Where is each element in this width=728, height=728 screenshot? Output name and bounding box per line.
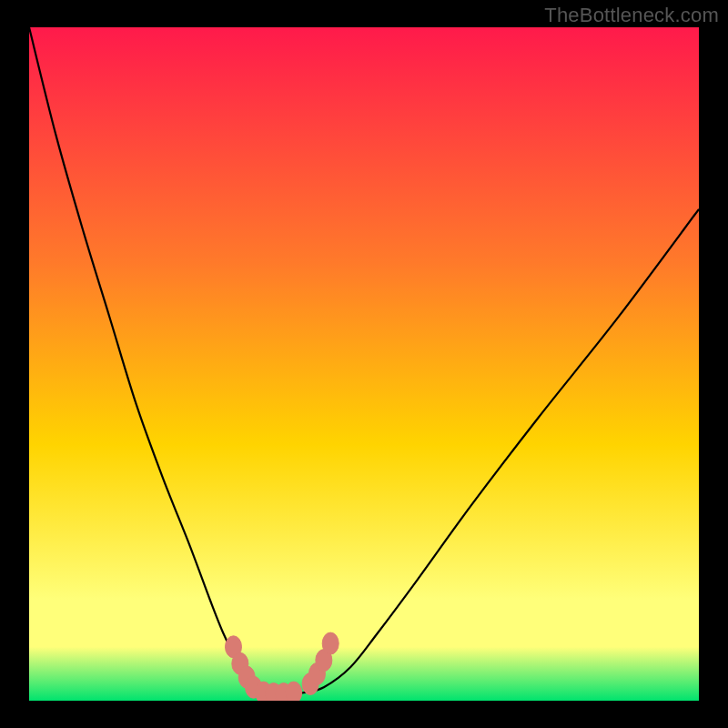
chart-svg — [29, 27, 699, 701]
watermark-text: TheBottleneck.com — [544, 4, 719, 27]
curve-markers — [225, 632, 339, 701]
marker-dot — [286, 682, 302, 701]
plot-area — [29, 27, 699, 701]
marker-dot — [322, 632, 339, 654]
chart-frame: TheBottleneck.com — [0, 0, 728, 728]
bottleneck-curve — [29, 27, 699, 694]
